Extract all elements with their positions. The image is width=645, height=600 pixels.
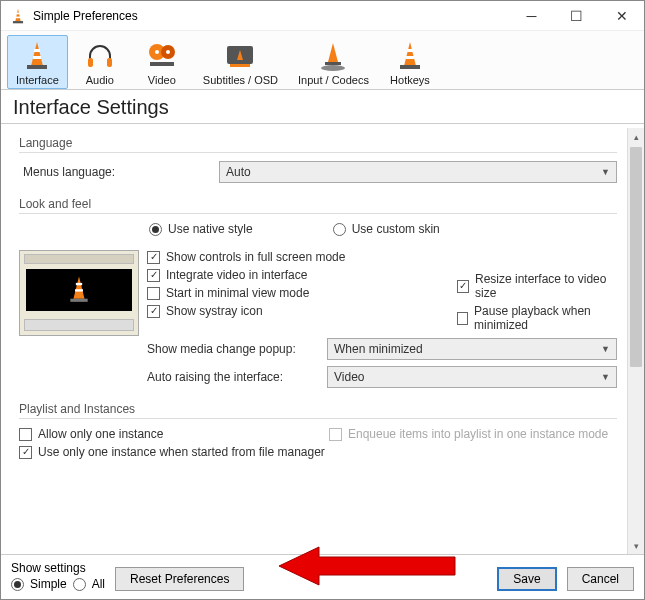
category-video[interactable]: Video (132, 35, 192, 89)
titlebar: Simple Preferences ─ ☐ ✕ (1, 1, 644, 31)
category-label: Audio (86, 74, 114, 86)
page-heading: Interface Settings (1, 90, 644, 123)
category-interface[interactable]: Interface (7, 35, 68, 89)
vlc-cone-icon (9, 7, 27, 25)
heading-divider (1, 123, 644, 124)
check-start-minimal[interactable]: Start in minimal view mode (147, 286, 447, 300)
subtitles-icon (224, 40, 256, 72)
svg-rect-7 (27, 65, 47, 69)
svg-point-20 (321, 65, 345, 71)
radio-show-all[interactable]: All (73, 577, 105, 591)
svg-point-12 (155, 50, 159, 54)
menus-language-label: Menus language: (19, 165, 219, 179)
category-toolbar: Interface Audio Video Subtitles / OSD In… (1, 31, 644, 90)
category-label: Input / Codecs (298, 74, 369, 86)
svg-rect-3 (13, 21, 23, 23)
svg-rect-23 (406, 56, 414, 59)
vertical-scrollbar[interactable]: ▴ ▾ (627, 128, 644, 554)
auto-raise-label: Auto raising the interface: (147, 370, 327, 384)
svg-rect-9 (107, 58, 112, 67)
settings-scroll-area: Language Menus language: Auto ▼ Look and… (1, 128, 644, 554)
category-label: Interface (16, 74, 59, 86)
settings-content: Language Menus language: Auto ▼ Look and… (1, 128, 627, 554)
cancel-button[interactable]: Cancel (567, 567, 634, 591)
check-one-instance-filemgr[interactable]: ✓Use only one instance when started from… (19, 445, 617, 459)
svg-rect-17 (230, 64, 250, 67)
svg-rect-6 (33, 56, 41, 59)
close-button[interactable]: ✕ (599, 1, 644, 31)
scroll-up-icon[interactable]: ▴ (628, 128, 645, 145)
category-label: Video (148, 74, 176, 86)
cone-icon (21, 40, 53, 72)
scrollbar-thumb[interactable] (630, 147, 642, 367)
filmreel-icon (146, 40, 178, 72)
chevron-down-icon: ▼ (601, 344, 610, 354)
check-resize-interface[interactable]: ✓Resize interface to video size (457, 272, 617, 300)
scroll-down-icon[interactable]: ▾ (628, 537, 645, 554)
svg-rect-19 (325, 62, 341, 65)
save-button[interactable]: Save (497, 567, 556, 591)
radio-label: Use custom skin (352, 222, 440, 236)
svg-rect-14 (150, 62, 174, 66)
check-enqueue: Enqueue items into playlist in one insta… (329, 427, 617, 441)
group-language: Language (19, 136, 617, 150)
radio-show-simple[interactable]: Simple (11, 577, 67, 591)
svg-marker-18 (328, 43, 338, 62)
check-show-controls[interactable]: ✓Show controls in full screen mode (147, 250, 447, 264)
radio-icon (149, 223, 162, 236)
divider (19, 418, 617, 419)
codecs-icon (317, 40, 349, 72)
minimize-button[interactable]: ─ (509, 1, 554, 31)
svg-rect-24 (400, 65, 420, 69)
check-pause-minimized[interactable]: Pause playback when minimized (457, 304, 617, 332)
check-show-systray[interactable]: ✓Show systray icon (147, 304, 447, 318)
menus-language-dropdown[interactable]: Auto ▼ (219, 161, 617, 183)
category-hotkeys[interactable]: Hotkeys (380, 35, 440, 89)
preferences-window: Simple Preferences ─ ☐ ✕ Interface Audio… (0, 0, 645, 600)
group-lookfeel: Look and feel (19, 197, 617, 211)
category-audio[interactable]: Audio (70, 35, 130, 89)
auto-raise-dropdown[interactable]: Video▼ (327, 366, 617, 388)
svg-rect-27 (75, 289, 83, 291)
svg-rect-26 (76, 283, 82, 285)
svg-marker-25 (73, 277, 84, 299)
cone-icon (66, 275, 92, 305)
chevron-down-icon: ▼ (601, 167, 610, 177)
media-popup-dropdown[interactable]: When minimized▼ (327, 338, 617, 360)
radio-custom-skin[interactable]: Use custom skin (333, 222, 440, 236)
dropdown-value: Auto (226, 165, 251, 179)
svg-rect-2 (16, 16, 21, 18)
svg-point-13 (166, 50, 170, 54)
svg-rect-22 (407, 49, 413, 52)
footer: Show settings Simple All Reset Preferenc… (1, 554, 644, 599)
radio-label: Use native style (168, 222, 253, 236)
divider (19, 213, 617, 214)
hotkeys-icon (394, 40, 426, 72)
window-title: Simple Preferences (33, 9, 509, 23)
svg-marker-21 (404, 42, 416, 66)
divider (19, 152, 617, 153)
headphones-icon (84, 40, 116, 72)
skin-preview (19, 250, 139, 336)
category-label: Hotkeys (390, 74, 430, 86)
svg-rect-28 (70, 299, 87, 302)
svg-rect-1 (16, 12, 19, 14)
category-subtitles[interactable]: Subtitles / OSD (194, 35, 287, 89)
radio-icon (333, 223, 346, 236)
reset-preferences-button[interactable]: Reset Preferences (115, 567, 244, 591)
maximize-button[interactable]: ☐ (554, 1, 599, 31)
check-one-instance[interactable]: Allow only one instance (19, 427, 319, 441)
category-codecs[interactable]: Input / Codecs (289, 35, 378, 89)
svg-rect-8 (88, 58, 93, 67)
show-settings-label: Show settings (11, 561, 105, 575)
radio-native-style[interactable]: Use native style (149, 222, 253, 236)
svg-marker-0 (15, 8, 21, 21)
svg-marker-4 (31, 42, 43, 66)
check-integrate-video[interactable]: ✓Integrate video in interface (147, 268, 447, 282)
svg-rect-5 (34, 49, 40, 52)
group-playlist: Playlist and Instances (19, 402, 617, 416)
chevron-down-icon: ▼ (601, 372, 610, 382)
media-popup-label: Show media change popup: (147, 342, 327, 356)
category-label: Subtitles / OSD (203, 74, 278, 86)
